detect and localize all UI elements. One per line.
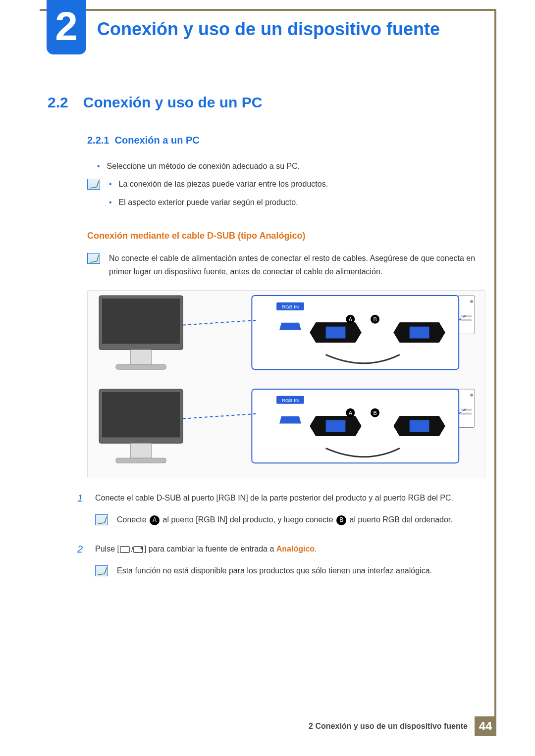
svg-rect-2 bbox=[131, 350, 152, 364]
source-button-icon: / bbox=[120, 546, 143, 554]
step-1: 1 Conecte el cable D-SUB al puerto [RGB … bbox=[77, 491, 485, 529]
svg-rect-29 bbox=[326, 420, 346, 432]
svg-rect-3 bbox=[116, 364, 166, 369]
note1-line1: • La conexión de las piezas puede variar… bbox=[109, 178, 485, 191]
note-text: La conexión de las piezas puede variar e… bbox=[119, 178, 328, 191]
step2-text: Pulse [/] para cambiar la fuente de entr… bbox=[95, 542, 485, 556]
note-icon bbox=[87, 253, 100, 264]
step2-part: Pulse [ bbox=[95, 545, 119, 553]
rgb-in-label: RGB IN bbox=[282, 304, 299, 309]
svg-text:/: / bbox=[131, 546, 133, 554]
subsection-number: 2.2.1 bbox=[87, 135, 109, 146]
section-title: Conexión y uso de un PC bbox=[83, 94, 263, 110]
subsection-title: Conexión a un PC bbox=[115, 135, 200, 146]
svg-rect-12 bbox=[326, 327, 346, 339]
step2-part: . bbox=[315, 545, 317, 553]
page-footer: 2 Conexión y uso de un dispositivo fuent… bbox=[309, 716, 496, 736]
connection-diagram: RGB IN A B bbox=[87, 290, 485, 478]
bullet-text: Seleccione un método de conexión adecuad… bbox=[107, 160, 300, 173]
footer-text: 2 Conexión y uso de un dispositivo fuent… bbox=[309, 722, 468, 731]
svg-rect-23 bbox=[461, 409, 472, 411]
bullet-icon: • bbox=[109, 178, 112, 191]
right-rule bbox=[494, 9, 496, 726]
svg-rect-6 bbox=[461, 315, 472, 317]
note-icon bbox=[87, 179, 100, 190]
step2-note-text: Esta función no está disponible para los… bbox=[117, 566, 432, 575]
note-step1: Conecte A al puerto [RGB IN] del product… bbox=[95, 513, 485, 526]
svg-rect-24 bbox=[461, 413, 472, 415]
keyword-analogico: Analógico bbox=[276, 545, 315, 553]
svg-rect-1 bbox=[102, 299, 180, 344]
section-heading: 2.2Conexión y uso de un PC bbox=[48, 94, 485, 111]
letter-b-icon: B bbox=[336, 515, 346, 525]
bullet-select-method: • Seleccione un método de conexión adecu… bbox=[97, 160, 485, 173]
step2-part: ] para cambiar la fuente de entrada a bbox=[144, 545, 276, 553]
top-rule bbox=[40, 9, 495, 11]
svg-marker-27 bbox=[279, 416, 301, 424]
svg-rect-14 bbox=[410, 327, 429, 339]
step1-text: Conecte el cable D-SUB al puerto [RGB IN… bbox=[95, 491, 485, 505]
step-2: 2 Pulse [/] para cambiar la fuente de en… bbox=[77, 542, 485, 580]
note-text: El aspecto exterior puede variar según e… bbox=[119, 196, 298, 209]
subsection-heading: 2.2.1 Conexión a un PC bbox=[87, 135, 485, 146]
svg-point-22 bbox=[470, 394, 473, 397]
bullet-icon: • bbox=[97, 160, 100, 173]
label-a: A bbox=[349, 410, 353, 416]
rgb-in-label: RGB IN bbox=[282, 398, 299, 403]
page-number: 44 bbox=[475, 716, 496, 736]
svg-rect-7 bbox=[461, 319, 472, 321]
svg-point-5 bbox=[470, 300, 473, 303]
note-icon bbox=[95, 514, 108, 525]
letter-a-icon: A bbox=[150, 515, 160, 525]
connection-dsub-heading: Conexión mediante el cable D-SUB (tipo A… bbox=[87, 231, 485, 241]
label-a: A bbox=[349, 316, 353, 322]
svg-rect-19 bbox=[131, 443, 152, 458]
note-block-1: • La conexión de las piezas puede variar… bbox=[87, 178, 485, 214]
chapter-number-badge: 2 bbox=[47, 0, 86, 54]
note-icon bbox=[95, 565, 108, 576]
note-block-2: No conecte el cable de alimentación ante… bbox=[87, 252, 485, 278]
label-b: B bbox=[373, 316, 376, 322]
step1-note-part: al puerto RGB del ordenador. bbox=[350, 515, 453, 524]
note-text: No conecte el cable de alimentación ante… bbox=[109, 254, 475, 275]
step-number: 2 bbox=[77, 542, 86, 580]
chapter-title: Conexión y uso de un dispositivo fuente bbox=[97, 19, 440, 40]
bullet-icon: • bbox=[109, 196, 112, 209]
section-number: 2.2 bbox=[48, 94, 68, 110]
svg-rect-18 bbox=[102, 392, 180, 438]
step-number: 1 bbox=[77, 491, 86, 529]
svg-rect-31 bbox=[410, 420, 429, 432]
step1-note-part: al puerto [RGB IN] del producto, y luego… bbox=[163, 515, 336, 524]
svg-rect-34 bbox=[120, 547, 129, 553]
svg-rect-20 bbox=[116, 458, 166, 463]
step1-note-part: Conecte bbox=[117, 515, 149, 524]
svg-marker-10 bbox=[279, 323, 301, 330]
label-b: B bbox=[373, 410, 376, 416]
note-step2: Esta función no está disponible para los… bbox=[95, 564, 485, 577]
note1-line2: • El aspecto exterior puede variar según… bbox=[109, 196, 485, 209]
